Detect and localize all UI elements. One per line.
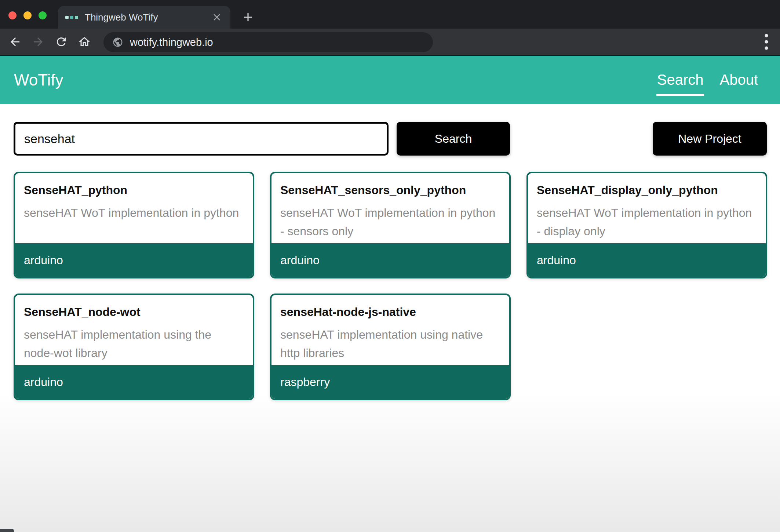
brand-logo[interactable]: WoTify bbox=[14, 71, 63, 89]
home-icon bbox=[78, 35, 91, 48]
new-project-button[interactable]: New Project bbox=[653, 122, 767, 156]
search-input[interactable] bbox=[14, 122, 389, 156]
traffic-lights bbox=[8, 11, 47, 19]
card-title: SenseHAT_node-wot bbox=[24, 305, 244, 319]
close-icon bbox=[211, 12, 222, 23]
card-title: SenseHAT_sensors_only_python bbox=[280, 183, 500, 197]
plus-icon bbox=[241, 10, 255, 24]
tab-close-button[interactable] bbox=[211, 11, 223, 23]
result-card[interactable]: SenseHAT_python senseHAT WoT implementat… bbox=[14, 172, 254, 278]
result-card[interactable]: SenseHAT_node-wot senseHAT implementatio… bbox=[14, 294, 254, 400]
result-card[interactable]: senseHat-node-js-native senseHAT impleme… bbox=[270, 294, 511, 400]
card-footer: arduino bbox=[271, 243, 509, 277]
browser-toolbar: wotify.thingweb.io bbox=[0, 29, 780, 56]
kebab-menu-icon bbox=[764, 33, 769, 51]
card-footer: arduino bbox=[15, 243, 253, 277]
nav-link-about[interactable]: About bbox=[719, 64, 759, 96]
browser-window: Thingweb WoTify wotify.thingweb.io bbox=[0, 0, 780, 532]
home-button[interactable] bbox=[76, 34, 92, 50]
search-button[interactable]: Search bbox=[397, 122, 510, 156]
tab-strip: Thingweb WoTify bbox=[0, 0, 780, 29]
card-description: senseHAT WoT implementation in python - … bbox=[537, 204, 757, 240]
address-bar[interactable]: wotify.thingweb.io bbox=[103, 32, 433, 52]
result-card[interactable]: SenseHAT_sensors_only_python senseHAT Wo… bbox=[270, 172, 511, 278]
url-text: wotify.thingweb.io bbox=[130, 36, 213, 48]
card-footer: arduino bbox=[15, 365, 253, 399]
reload-icon bbox=[55, 35, 68, 48]
app-nav: Search About bbox=[656, 64, 759, 96]
card-tag: arduino bbox=[24, 254, 63, 267]
card-footer: raspberry bbox=[271, 365, 509, 399]
app-header: WoTify Search About bbox=[0, 56, 780, 104]
status-bubble-partial bbox=[0, 529, 14, 532]
forward-arrow-icon bbox=[32, 35, 45, 48]
card-description: senseHAT WoT implementation in python - … bbox=[280, 204, 500, 240]
card-title: SenseHAT_display_only_python bbox=[537, 183, 757, 197]
nav-link-search[interactable]: Search bbox=[656, 64, 704, 96]
card-body: senseHat-node-js-native senseHAT impleme… bbox=[271, 295, 509, 365]
reload-button[interactable] bbox=[53, 34, 69, 50]
traffic-light-minimize-button[interactable] bbox=[23, 11, 32, 19]
card-body: SenseHAT_display_only_python senseHAT Wo… bbox=[528, 173, 766, 243]
card-tag: arduino bbox=[280, 254, 320, 267]
card-footer: arduino bbox=[528, 243, 766, 277]
card-title: SenseHAT_python bbox=[24, 183, 244, 197]
traffic-light-close-button[interactable] bbox=[8, 11, 17, 19]
browser-tab[interactable]: Thingweb WoTify bbox=[58, 6, 230, 29]
card-body: SenseHAT_node-wot senseHAT implementatio… bbox=[15, 295, 253, 365]
card-description: senseHAT implementation using the node-w… bbox=[24, 325, 244, 362]
card-description: senseHAT WoT implementation in python bbox=[24, 204, 244, 222]
traffic-light-zoom-button[interactable] bbox=[39, 11, 47, 19]
result-card[interactable]: SenseHAT_display_only_python senseHAT Wo… bbox=[526, 172, 767, 278]
globe-icon bbox=[112, 37, 123, 48]
browser-menu-button[interactable] bbox=[758, 33, 775, 50]
search-row: Search New Project bbox=[14, 122, 767, 156]
card-tag: raspberry bbox=[280, 375, 330, 389]
new-tab-button[interactable] bbox=[240, 10, 256, 25]
forward-button[interactable] bbox=[30, 34, 46, 50]
results-grid: SenseHAT_python senseHAT WoT implementat… bbox=[14, 172, 767, 400]
card-title: senseHat-node-js-native bbox=[280, 305, 500, 319]
card-body: SenseHAT_python senseHAT WoT implementat… bbox=[15, 173, 253, 243]
card-body: SenseHAT_sensors_only_python senseHAT Wo… bbox=[271, 173, 509, 243]
tab-title: Thingweb WoTify bbox=[85, 12, 211, 23]
card-tag: arduino bbox=[537, 254, 576, 267]
back-arrow-icon bbox=[8, 35, 22, 48]
back-button[interactable] bbox=[7, 34, 23, 50]
thingweb-favicon-icon bbox=[65, 16, 78, 19]
card-tag: arduino bbox=[24, 375, 63, 389]
card-description: senseHAT implementation using native htt… bbox=[280, 325, 500, 362]
